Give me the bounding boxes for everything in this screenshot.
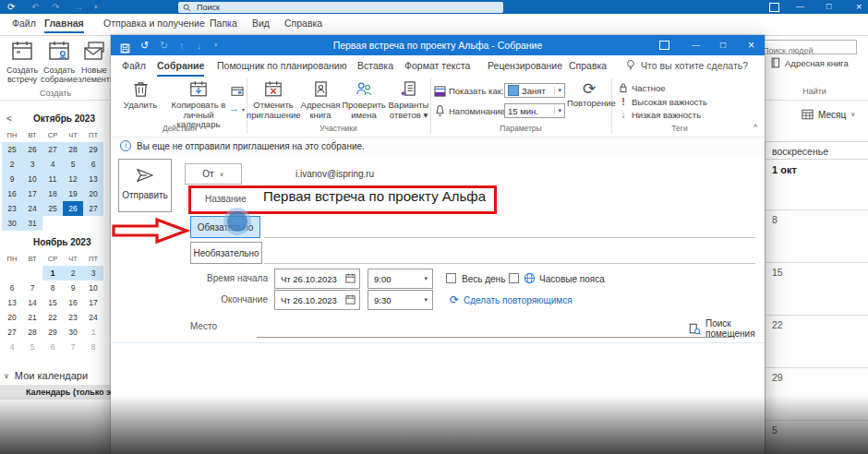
recurrence-button[interactable]: ⟳ Повторение xyxy=(567,80,611,109)
mini-calendar-day[interactable]: 26 xyxy=(22,142,42,157)
timezones-checkbox[interactable] xyxy=(509,273,519,283)
room-finder-button[interactable]: Поиск помещения xyxy=(689,318,765,339)
mini-calendar-day[interactable]: 29 xyxy=(42,325,63,340)
switch-windows-icon[interactable] xyxy=(769,3,779,12)
mini-calendar-day[interactable]: 8 xyxy=(83,340,103,354)
mini-calendar-day[interactable]: 13 xyxy=(83,172,103,186)
mini-calendar-day[interactable]: 4 xyxy=(42,157,63,172)
show-as-dropdown[interactable]: Занят ▾ xyxy=(504,83,565,98)
maximize-icon[interactable]: □ xyxy=(720,35,726,55)
mini-calendar-day[interactable]: 20 xyxy=(2,310,22,325)
up-arrow-icon[interactable]: ↑ xyxy=(179,35,185,55)
mini-calendar-day[interactable]: 28 xyxy=(22,325,42,340)
low-importance-button[interactable]: ↓ Низкая важность xyxy=(619,110,701,120)
location-field-underline[interactable] xyxy=(257,337,731,338)
mini-calendar-day[interactable]: 4 xyxy=(2,340,22,354)
response-options-button[interactable]: Варианты ответов ▾ xyxy=(387,80,430,120)
close-icon[interactable]: × xyxy=(748,35,754,55)
start-time-field[interactable]: 9:00 ▾ xyxy=(368,269,433,289)
mini-calendar-day[interactable]: 28 xyxy=(63,142,83,157)
mini-calendar-day[interactable]: 13 xyxy=(2,295,22,310)
mini-calendar-day[interactable]: 27 xyxy=(2,325,22,340)
mini-calendar-day[interactable]: 10 xyxy=(22,172,42,186)
tab-meeting[interactable]: Собрание xyxy=(157,60,204,77)
forward-meeting-icon[interactable] xyxy=(231,84,244,101)
required-field-underline[interactable] xyxy=(264,237,755,238)
mini-calendar-day[interactable]: 24 xyxy=(83,310,103,325)
tab-home[interactable]: Главная xyxy=(44,18,84,33)
mini-calendar-day[interactable]: 5 xyxy=(22,340,42,354)
customize-quick-access-icon[interactable]: ▾ xyxy=(214,35,218,55)
mini-calendar-day[interactable]: 29 xyxy=(83,142,103,157)
close-icon[interactable]: × xyxy=(856,0,862,14)
redo-icon[interactable]: ↷ xyxy=(52,0,59,14)
mini-calendar-day[interactable]: 7 xyxy=(63,340,83,354)
tab-format-text[interactable]: Формат текста xyxy=(404,60,470,71)
mini-calendar-day[interactable]: 30 xyxy=(2,216,22,231)
mini-calendar-day[interactable]: 20 xyxy=(83,186,103,201)
tell-me-box[interactable]: Что вы хотите сделать? xyxy=(641,60,748,71)
tab-help[interactable]: Справка xyxy=(284,18,322,29)
collapse-ribbon-icon[interactable]: ^ xyxy=(753,123,757,132)
mini-calendar-day[interactable]: 3 xyxy=(22,157,42,172)
mini-calendar-day[interactable]: 18 xyxy=(42,186,63,201)
mini-calendar-day[interactable]: 24 xyxy=(22,201,42,216)
new-appointment-button[interactable]: Создать встречу xyxy=(4,39,41,85)
month-view-cell[interactable]: 8 xyxy=(766,210,868,263)
new-meeting-button[interactable]: Создать собрание xyxy=(41,39,78,85)
mini-calendar-day[interactable]: 7 xyxy=(22,281,42,295)
month-view-cell[interactable]: 15 xyxy=(766,263,868,316)
month-view-cell[interactable]: 5 xyxy=(766,421,868,454)
undo-icon[interactable]: ↺ xyxy=(140,35,149,55)
delete-button[interactable]: Удалить xyxy=(116,80,164,111)
private-button[interactable]: Частное xyxy=(619,82,666,93)
dropdown-icon[interactable]: ▾ xyxy=(424,296,432,304)
mini-calendar-day[interactable]: 30 xyxy=(63,325,83,340)
sidebar-item-calendar[interactable]: Календарь (только эт xyxy=(0,385,111,400)
new-items-button[interactable]: Новые элементы xyxy=(78,39,111,85)
mini-calendar-day[interactable]: 8 xyxy=(42,281,63,295)
mini-calendar-day[interactable]: 12 xyxy=(63,172,83,186)
my-calendars-header[interactable]: ∨ Мои календари xyxy=(4,370,88,381)
month-view-cell[interactable]: 22 xyxy=(766,316,868,368)
mini-calendar-day[interactable]: 16 xyxy=(63,295,83,310)
redo-icon[interactable]: ↻ xyxy=(160,35,168,55)
copy-to-personal-calendar-button[interactable]: Копировать в личный календарь xyxy=(164,80,233,130)
maximize-icon[interactable]: □ xyxy=(826,0,831,14)
mini-calendar-day[interactable]: 27 xyxy=(42,142,63,157)
global-search[interactable] xyxy=(178,2,503,13)
end-date-field[interactable]: Чт 26.10.2023 xyxy=(274,290,360,310)
switch-windows-icon[interactable] xyxy=(659,41,669,50)
date-picker-icon[interactable] xyxy=(345,273,359,285)
dropdown-icon[interactable]: ▾ xyxy=(424,275,432,282)
mini-calendar-day[interactable]: 19 xyxy=(63,186,83,201)
check-names-button[interactable]: Проверить имена xyxy=(341,80,387,120)
tab-scheduling-assistant[interactable]: Помощник по планированию xyxy=(217,60,347,71)
sync-icon[interactable]: ⟳ xyxy=(7,0,15,14)
tab-review[interactable]: Рецензирование xyxy=(488,60,562,71)
mini-calendar-day[interactable]: 22 xyxy=(42,310,63,325)
mini-calendar-day[interactable]: 11 xyxy=(42,172,63,186)
mini-calendar-day[interactable]: 9 xyxy=(63,281,83,295)
save-icon[interactable] xyxy=(120,40,130,51)
optional-attendees-button[interactable]: Необязательно xyxy=(190,242,262,264)
forward-icon[interactable]: → xyxy=(74,0,83,14)
mini-calendar-day[interactable]: 6 xyxy=(42,340,63,354)
reminder-dropdown[interactable]: 15 мин. ▾ xyxy=(504,103,565,118)
mini-calendar-day[interactable]: 14 xyxy=(22,295,42,310)
mini-calendar-day[interactable]: 23 xyxy=(2,201,22,216)
search-input[interactable] xyxy=(195,2,476,13)
mini-calendar-day[interactable]: 25 xyxy=(42,201,63,216)
mini-calendar-day[interactable]: 26 xyxy=(63,201,83,216)
mini-calendar-day[interactable]: 16 xyxy=(2,186,22,201)
customize-quick-access-icon[interactable]: ▾ xyxy=(94,0,98,14)
mini-calendar-day[interactable]: 31 xyxy=(22,216,42,231)
mini-calendar-day[interactable]: 1 xyxy=(42,266,63,281)
mini-calendar-day[interactable]: 9 xyxy=(2,172,22,186)
tab-help[interactable]: Справка xyxy=(569,60,607,71)
down-arrow-icon[interactable]: ↓ xyxy=(197,35,202,55)
view-month-button[interactable]: Месяц ∨ xyxy=(802,109,855,120)
make-recurring-link[interactable]: ⟳ Сделать повторяющимся xyxy=(450,293,573,306)
all-day-checkbox[interactable] xyxy=(446,273,456,283)
tab-view[interactable]: Вид xyxy=(252,18,270,29)
